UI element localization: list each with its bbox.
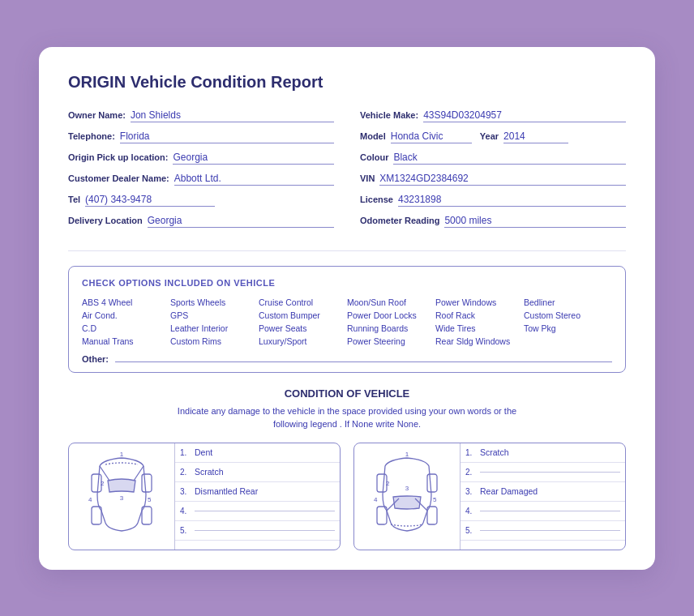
tel-value: (407) 343-9478: [85, 194, 215, 207]
damage-item: 1. Scratch: [461, 443, 625, 463]
license-value: 43231898: [398, 194, 626, 207]
odometer-value: 5000 miles: [444, 215, 626, 228]
option-item: Cruise Control: [259, 296, 347, 309]
option-item: Custom Bumper: [259, 309, 347, 322]
damage-num: 1.: [180, 448, 191, 457]
option-item: Running Boards: [347, 322, 435, 335]
vehicle-make-value: 43S94D03204957: [423, 109, 626, 122]
svg-text:2: 2: [101, 480, 105, 487]
model-label: Model: [360, 131, 386, 141]
damage-item: 2. Scratch: [175, 463, 340, 482]
dealer-name-value: Abbott Ltd.: [174, 173, 334, 186]
option-item: Luxury/Sport: [259, 335, 347, 348]
telephone-label: Telephone:: [68, 131, 115, 141]
damage-val: [480, 530, 620, 531]
tel-label: Tel: [68, 195, 80, 204]
damage-num: 3.: [180, 487, 191, 496]
svg-text:3: 3: [120, 494, 124, 502]
damage-list-rear: 1. Scratch 2. 3. Rear Damaged 4. 5.: [460, 443, 625, 550]
form-left: Owner Name: Jon Shields Telephone: Flori…: [68, 109, 334, 236]
telephone-value: Florida: [120, 130, 334, 143]
divider: [68, 250, 626, 251]
svg-text:5: 5: [433, 496, 437, 503]
damage-area: 1 2 3 4 5 1. Dent 2. Scratch 3.: [68, 443, 626, 550]
damage-item: 1. Dent: [175, 443, 340, 463]
origin-pickup-value: Georgia: [173, 152, 334, 165]
damage-num: 5.: [465, 526, 477, 535]
damage-num: 3.: [465, 487, 477, 496]
option-item: Tow Pkg: [524, 322, 612, 335]
damage-num: 2.: [465, 468, 477, 477]
colour-value: Black: [393, 152, 626, 165]
damage-val: Scratch: [195, 467, 335, 477]
condition-desc: Indicate any damage to the vehicle in th…: [68, 404, 626, 431]
damage-val: [195, 530, 335, 531]
vehicle-make-row: Vehicle Make: 43S94D03204957: [360, 109, 626, 122]
option-item: Power Steering: [347, 335, 435, 348]
year-label: Year: [480, 131, 499, 141]
owner-name-row: Owner Name: Jon Shields: [68, 109, 334, 122]
svg-text:3: 3: [405, 485, 409, 492]
svg-rect-15: [427, 474, 437, 492]
option-item: Power Seats: [259, 322, 347, 335]
option-item: Wide Tires: [435, 322, 524, 335]
damage-item: 5.: [461, 521, 625, 541]
damage-val: Dismantled Rear: [195, 486, 335, 496]
svg-text:1: 1: [120, 451, 124, 458]
other-label: Other:: [82, 354, 109, 364]
option-item: GPS: [170, 309, 259, 322]
option-item: Manual Trans: [82, 335, 170, 348]
options-col3: Cruise Control Custom Bumper Power Seats…: [259, 296, 347, 348]
origin-pickup-row: Origin Pick up location: Georgia: [68, 152, 334, 165]
option-item: Rear Sldg Windows: [435, 335, 524, 348]
year-value: 2014: [503, 130, 568, 143]
damage-item: 4.: [175, 502, 340, 521]
damage-item: 3. Rear Damaged: [461, 482, 625, 502]
owner-name-label: Owner Name:: [68, 110, 126, 120]
svg-text:2: 2: [386, 480, 390, 487]
options-col4: Moon/Sun Roof Power Door Locks Running B…: [347, 296, 435, 348]
damage-item: 3. Dismantled Rear: [175, 482, 340, 502]
svg-text:4: 4: [88, 496, 92, 503]
option-item: Moon/Sun Roof: [347, 296, 435, 309]
condition-title: CONDITION OF VEHICLE: [68, 387, 626, 400]
svg-text:1: 1: [405, 451, 409, 458]
odometer-row: Odometer Reading 5000 miles: [360, 215, 626, 228]
dealer-name-label: Customer Dealer Name:: [68, 173, 169, 183]
options-col5: Power Windows Roof Rack Wide Tires Rear …: [435, 296, 524, 348]
damage-val: Dent: [195, 447, 335, 457]
vin-value: XM1324GD2384692: [379, 173, 626, 186]
options-col2: Sports Wheels GPS Leather Interior Custo…: [170, 296, 259, 348]
delivery-row: Delivery Location Georgia: [68, 215, 334, 228]
options-col1: ABS 4 Wheel Air Cond. C.D Manual Trans: [82, 296, 170, 348]
damage-num: 2.: [180, 468, 191, 477]
model-value: Honda Civic: [391, 130, 472, 143]
options-title: CHECK OPTIONS INCLUDED ON VEHICLE: [82, 278, 612, 288]
damage-val: [195, 511, 335, 511]
vehicle-make-label: Vehicle Make:: [360, 110, 418, 120]
option-item: Air Cond.: [82, 309, 170, 322]
car-front-svg: 1 2 3 4 5: [77, 450, 166, 543]
damage-num: 4.: [180, 507, 191, 515]
license-label: License: [360, 195, 393, 204]
damage-item: 5.: [175, 521, 340, 541]
license-row: License 43231898: [360, 194, 626, 207]
owner-name-value: Jon Shields: [131, 109, 334, 122]
damage-panel-rear: 1 2 3 4 5 1. Scratch 2. 3. Rear: [353, 443, 626, 550]
dealer-name-row: Customer Dealer Name: Abbott Ltd.: [68, 173, 334, 186]
damage-num: 1.: [465, 448, 477, 457]
damage-val: Scratch: [480, 447, 620, 457]
vin-label: VIN: [360, 173, 375, 183]
svg-text:4: 4: [374, 496, 378, 503]
damage-panel-front: 1 2 3 4 5 1. Dent 2. Scratch 3.: [68, 443, 341, 550]
options-col6: Bedliner Custom Stereo Tow Pkg: [524, 296, 612, 348]
report-card: ORIGIN Vehicle Condition Report Owner Na…: [39, 47, 655, 570]
option-item: Leather Interior: [170, 322, 259, 335]
odometer-label: Odometer Reading: [360, 216, 439, 225]
option-item: Power Door Locks: [347, 309, 435, 322]
damage-val: [480, 472, 620, 473]
damage-list-front: 1. Dent 2. Scratch 3. Dismantled Rear 4.…: [174, 443, 340, 550]
damage-val: [480, 511, 620, 511]
damage-item: 4.: [461, 502, 625, 521]
option-item: Bedliner: [524, 296, 612, 309]
